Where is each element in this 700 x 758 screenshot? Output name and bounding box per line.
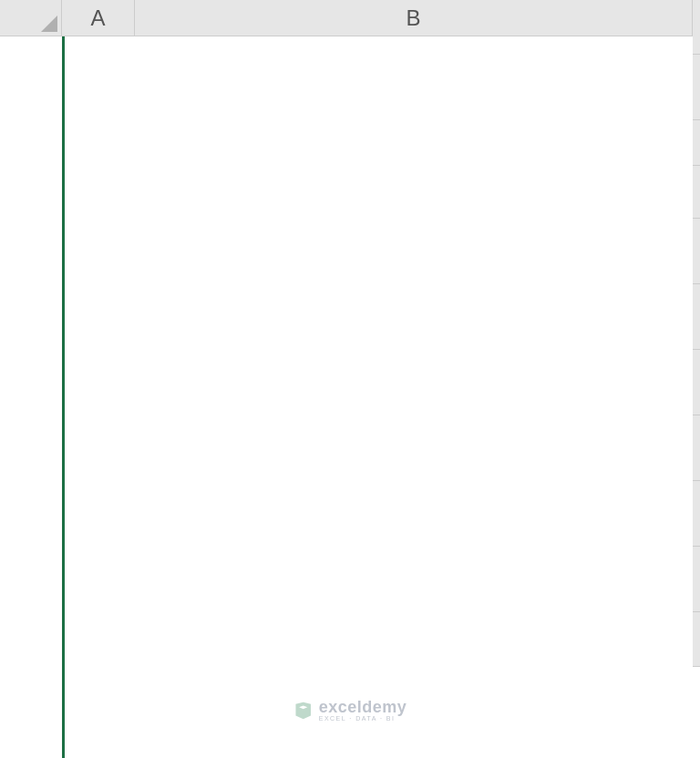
column-header-a[interactable]: A [62, 0, 135, 36]
row-header-5[interactable]: 5 [693, 219, 700, 284]
row-header-7[interactable]: 7 [693, 350, 700, 415]
column-header-b[interactable]: B [135, 0, 693, 36]
exceldemy-logo-icon [293, 701, 314, 721]
row-header-10[interactable]: 10 [693, 547, 700, 612]
row-header-4[interactable]: 4 [693, 166, 700, 219]
watermark-sub-text: EXCEL · DATA · BI [319, 715, 407, 722]
row-header-9[interactable]: 9 [693, 481, 700, 547]
watermark-main-text: exceldemy [319, 699, 407, 715]
select-all-corner[interactable] [0, 0, 62, 36]
row-header-3[interactable]: 3 [693, 120, 700, 166]
row-header-1[interactable]: 1 [693, 0, 700, 55]
row-header-8[interactable]: 8 [693, 415, 700, 481]
watermark: exceldemy EXCEL · DATA · BI [293, 699, 407, 722]
row-header-2[interactable]: 2 [693, 55, 700, 120]
active-column-indicator [62, 36, 65, 758]
spreadsheet-grid: A B 1 2 3 4 5 6 7 8 9 10 11 Conve [0, 0, 700, 758]
row-header-11[interactable]: 11 [693, 612, 700, 667]
row-header-6[interactable]: 6 [693, 284, 700, 350]
